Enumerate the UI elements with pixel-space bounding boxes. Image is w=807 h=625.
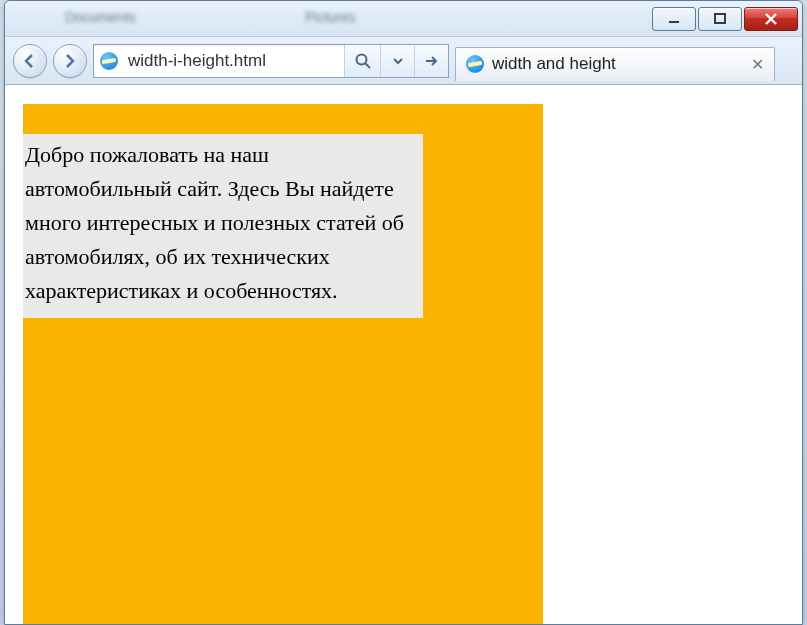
address-input[interactable] [124,45,344,77]
minimize-button[interactable] [652,7,696,31]
tab-bar: width and height ✕ [455,42,794,80]
svg-point-4 [356,54,366,64]
arrow-right-icon [61,52,79,70]
text-box: Добро пожаловать на наш автомобильный са… [23,134,423,318]
browser-window: Documents Pictures [4,0,803,625]
tab-title: width and height [492,54,743,74]
outer-box: Добро пожаловать на наш автомобильный са… [23,104,543,624]
close-icon [763,11,779,27]
background-ghost-text: Pictures [305,9,356,25]
ie-icon [466,55,484,73]
page-viewport: Добро пожаловать на наш автомобильный са… [5,85,802,624]
go-button[interactable] [414,45,448,77]
back-button[interactable] [13,44,47,78]
tab-close-button[interactable]: ✕ [751,55,764,74]
search-dropdown-button[interactable] [380,45,414,77]
browser-tab[interactable]: width and height ✕ [455,47,775,81]
ie-icon [100,52,118,70]
maximize-button[interactable] [698,7,742,31]
search-button[interactable] [344,45,380,77]
site-icon [94,45,124,77]
search-icon [354,52,372,70]
close-button[interactable] [744,7,798,31]
address-bar [93,44,449,78]
svg-line-5 [365,63,370,68]
arrow-left-icon [21,52,39,70]
window-titlebar: Documents Pictures [5,1,802,37]
navigation-bar: width and height ✕ [5,37,802,85]
svg-rect-1 [715,14,725,23]
forward-button[interactable] [53,44,87,78]
maximize-icon [713,12,727,26]
chevron-down-icon [392,55,404,67]
minimize-icon [667,12,681,26]
arrow-right-icon [424,53,440,69]
background-ghost-text: Documents [65,9,136,25]
welcome-paragraph: Добро пожаловать на наш автомобильный са… [25,142,404,303]
page-body: Добро пожаловать на наш автомобильный са… [5,86,802,624]
